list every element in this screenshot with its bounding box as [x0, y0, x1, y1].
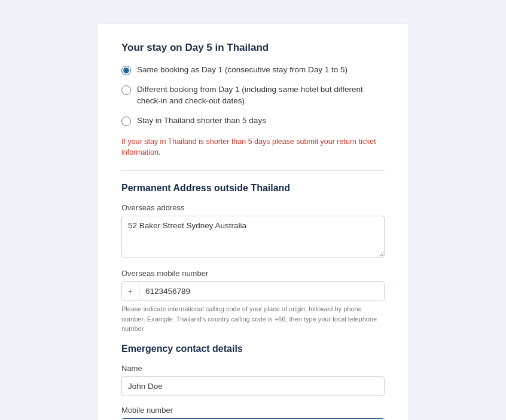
overseas-address-label: Overseas address [121, 203, 385, 212]
stay-option-2[interactable]: Different booking from Day 1 (including … [121, 84, 385, 107]
permanent-address-section: Permanent Address outside Thailand Overs… [121, 183, 385, 334]
overseas-address-input[interactable]: 52 Baker Street Sydney Australia [121, 216, 385, 257]
overseas-mobile-prefix: + [122, 282, 139, 301]
emergency-name-input[interactable] [121, 376, 385, 396]
stay-option-3-label: Stay in Thailand shorter than 5 days [137, 115, 266, 127]
overseas-mobile-hint: Please indicate international calling co… [121, 304, 385, 334]
emergency-mobile-wrapper: + [121, 418, 385, 420]
overseas-mobile-label: Overseas mobile number [121, 269, 385, 278]
emergency-mobile-label: Mobile number [121, 406, 385, 415]
emergency-contact-title: Emergency contact details [121, 344, 385, 354]
overseas-mobile-input[interactable] [139, 282, 384, 301]
page-container: Your stay on Day 5 in Thailand Same book… [12, 12, 494, 420]
stay-option-1[interactable]: Same booking as Day 1 (consecutive stay … [121, 65, 385, 76]
overseas-mobile-field-group: Overseas mobile number + Please indicate… [121, 269, 385, 334]
emergency-mobile-field-group: Mobile number + [121, 406, 385, 420]
stay-option-1-label: Same booking as Day 1 (consecutive stay … [137, 65, 348, 76]
emergency-contact-section: Emergency contact details Name Mobile nu… [121, 344, 385, 420]
stay-option-2-label: Different booking from Day 1 (including … [137, 84, 385, 107]
stay-option-3-radio[interactable] [121, 117, 131, 126]
stay-option-1-radio[interactable] [121, 66, 131, 75]
stay-option-3[interactable]: Stay in Thailand shorter than 5 days [121, 115, 385, 127]
stay-warning-text: If your stay in Thailand is shorter than… [121, 136, 385, 159]
stay-option-2-radio[interactable] [121, 85, 131, 95]
stay-section-title: Your stay on Day 5 in Thailand [121, 42, 385, 54]
section-divider [121, 170, 385, 171]
overseas-address-field-group: Overseas address 52 Baker Street Sydney … [121, 203, 385, 259]
main-card: Your stay on Day 5 in Thailand Same book… [97, 24, 409, 420]
emergency-name-field-group: Name [121, 364, 385, 396]
stay-section: Your stay on Day 5 in Thailand Same book… [121, 42, 385, 158]
stay-options-group: Same booking as Day 1 (consecutive stay … [121, 65, 385, 127]
permanent-address-title: Permanent Address outside Thailand [121, 183, 385, 194]
overseas-mobile-wrapper: + [121, 281, 385, 301]
emergency-name-label: Name [121, 364, 385, 373]
